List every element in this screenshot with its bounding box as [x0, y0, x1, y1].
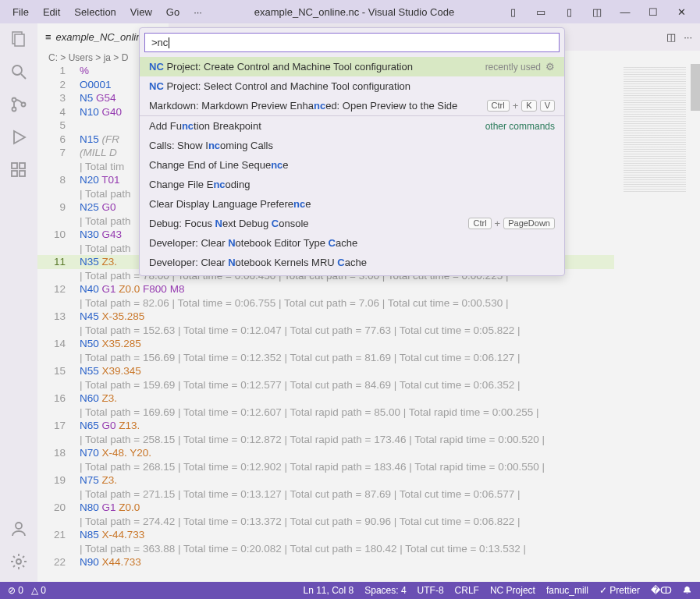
search-icon[interactable]	[9, 62, 28, 81]
menu-go[interactable]: Go	[160, 3, 186, 21]
code-line[interactable]: 18N70 X-48. Y20.	[37, 446, 614, 460]
line-number: 2	[37, 78, 80, 92]
menu-view[interactable]: View	[124, 3, 158, 21]
svg-point-5	[12, 108, 16, 112]
code-line[interactable]: | Total path = 156.69 | Total time = 0:1…	[37, 351, 614, 365]
status-item[interactable]: Spaces: 4	[364, 585, 406, 596]
code-line[interactable]: | Total path = 82.06 | Total time = 0:06…	[37, 296, 614, 310]
code-line[interactable]: | Total path = 268.15 | Total time = 0:1…	[37, 460, 614, 474]
menu-···[interactable]: ···	[187, 3, 208, 21]
palette-item[interactable]: Developer: Clear Notebook Editor Type Ca…	[140, 233, 564, 253]
code-line[interactable]: 17N65 G0 Z13.	[37, 419, 614, 433]
svg-marker-7	[14, 131, 25, 144]
palette-item[interactable]: Change End of Line Sequence	[140, 155, 564, 175]
line-number: 5	[37, 119, 80, 133]
breadcrumb[interactable]: C: > Users > ja > D	[48, 52, 128, 63]
code-line[interactable]: 12N40 G1 Z0.0 F800 M8	[37, 282, 614, 296]
code-content: | Total path = 274.42 | Total time = 0:1…	[80, 515, 520, 529]
code-line[interactable]: | Total path = 271.15 | Total time = 0:1…	[37, 487, 614, 502]
palette-item[interactable]: Debug: Focus Next Debug ConsoleCtrl+Page…	[140, 214, 564, 233]
palette-item[interactable]: Markdown: Markdown Preview Enhanced: Ope…	[140, 96, 564, 115]
minimap[interactable]	[619, 64, 691, 582]
palette-item[interactable]: Change File Encoding	[140, 175, 564, 194]
scrollbar[interactable]	[691, 64, 700, 111]
menu-selection[interactable]: Selection	[68, 3, 122, 21]
code-line[interactable]: 16N60 Z3.	[37, 392, 614, 406]
status-item[interactable]: ⊘ 0	[8, 585, 23, 596]
gear-icon[interactable]: ⚙	[545, 61, 555, 73]
code-content: | Total path	[80, 242, 131, 256]
account-icon[interactable]	[9, 519, 28, 538]
source-control-icon[interactable]	[9, 95, 28, 114]
minimize-button[interactable]: —	[613, 3, 638, 21]
svg-rect-10	[20, 171, 25, 176]
layout-grid-icon[interactable]: ◫	[585, 3, 609, 21]
code-line[interactable]: | Total path = 169.69 | Total time = 0:1…	[37, 406, 614, 420]
window-controls: ▯ ▭ ▯ ◫ — ☐ ✕	[500, 3, 694, 21]
debug-icon[interactable]	[9, 128, 28, 147]
code-content: N10 G40	[80, 105, 122, 119]
code-line[interactable]: | Total path = 363.88 | Total time = 0:2…	[37, 542, 614, 556]
code-line[interactable]: 13N45 X-35.285	[37, 310, 614, 324]
code-line[interactable]: 15N55 X39.345	[37, 364, 614, 378]
palette-item[interactable]: NC Project: Select Control and Machine T…	[140, 76, 564, 96]
command-palette-input[interactable]: >nc	[144, 33, 560, 52]
split-editor-icon[interactable]: ◫	[666, 31, 676, 43]
line-number	[37, 378, 80, 392]
palette-item[interactable]: Calls: Show Incoming Calls	[140, 136, 564, 155]
feedback-icon[interactable]: �ↀ	[651, 585, 672, 596]
status-item[interactable]: △ 0	[31, 585, 46, 596]
layout-panel-right-icon[interactable]: ▯	[556, 3, 581, 21]
status-item[interactable]: UTF-8	[418, 585, 444, 596]
palette-item[interactable]: Developer: Clear Notebook Kernels MRU Ca…	[140, 253, 564, 272]
code-line[interactable]: 19N75 Z3.	[37, 473, 614, 487]
svg-point-2	[12, 66, 22, 75]
menu-edit[interactable]: Edit	[37, 3, 66, 21]
close-button[interactable]: ✕	[669, 3, 694, 21]
line-number: 6	[37, 133, 80, 147]
line-number	[37, 214, 80, 229]
status-item[interactable]: ✓ Prettier	[599, 585, 640, 596]
code-line[interactable]: 22N90 X44.733	[37, 555, 614, 569]
palette-item-label: Clear Display Language Preference	[149, 198, 311, 210]
palette-hint: recently used	[485, 62, 541, 73]
line-number: 14	[37, 337, 80, 351]
extensions-icon[interactable]	[9, 161, 28, 179]
line-number	[37, 187, 80, 201]
code-line[interactable]: | Total path = 159.69 | Total time = 0:1…	[37, 378, 614, 392]
status-item[interactable]: fanuc_mill	[546, 585, 588, 596]
line-number	[37, 242, 80, 256]
code-line[interactable]: 21N85 X-44.733	[37, 528, 614, 542]
settings-gear-icon[interactable]	[9, 552, 28, 571]
layout-panel-left-icon[interactable]: ▯	[500, 3, 525, 21]
more-actions-icon[interactable]: ···	[684, 31, 692, 43]
palette-item-label: Calls: Show Incoming Calls	[149, 140, 273, 151]
status-item[interactable]: Ln 11, Col 8	[304, 585, 354, 596]
explorer-icon[interactable]	[9, 30, 28, 48]
code-content: | Total path = 268.15 | Total time = 0:1…	[80, 460, 545, 474]
palette-item[interactable]: NC Project: Create Control and Machine T…	[140, 57, 564, 76]
bell-icon[interactable]: 🔔︎	[683, 585, 692, 596]
palette-item[interactable]: Clear Display Language Preference	[140, 194, 564, 214]
code-line[interactable]: | Total path = 274.42 | Total time = 0:1…	[37, 515, 614, 529]
command-palette-list: NC Project: Create Control and Machine T…	[140, 57, 564, 275]
palette-item-label: Developer: Clear Notebook Kernels MRU Ca…	[149, 257, 367, 268]
palette-item[interactable]: Add Function Breakpointother commands	[140, 116, 564, 136]
code-line[interactable]: | Total path = 152.63 | Total time = 0:1…	[37, 324, 614, 338]
status-item[interactable]: CRLF	[455, 585, 479, 596]
palette-item-label: Change File Encoding	[149, 179, 250, 190]
maximize-button[interactable]: ☐	[641, 3, 666, 21]
line-number: 3	[37, 91, 80, 105]
layout-panel-bottom-icon[interactable]: ▭	[528, 3, 553, 21]
palette-item-label: Developer: Clear Notebook Editor Type Ca…	[149, 237, 357, 249]
code-line[interactable]: | Total path = 258.15 | Total time = 0:1…	[37, 433, 614, 447]
status-item[interactable]: NC Project	[490, 585, 535, 596]
code-line[interactable]: 20N80 G1 Z0.0	[37, 501, 614, 515]
code-line[interactable]: 14N50 X35.285	[37, 337, 614, 351]
title-bar: FileEditSelectionViewGo··· example_NC_on…	[0, 0, 700, 23]
code-content: N55 X39.345	[80, 364, 141, 378]
menu-file[interactable]: File	[6, 3, 35, 21]
palette-item[interactable]: Developer: Measure Extension Host Latenc…	[140, 272, 564, 275]
palette-item-label: NC Project: Select Control and Machine T…	[149, 80, 410, 92]
code-content: N35 Z3.	[80, 255, 117, 269]
